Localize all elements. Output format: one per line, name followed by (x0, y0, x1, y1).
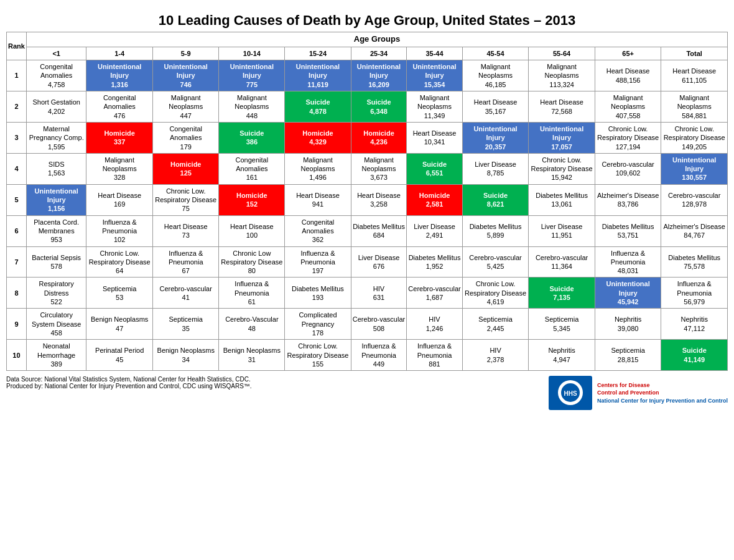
data-cell-r10-c7: Influenza & Pneumonia881 (407, 340, 463, 371)
data-cell-r2-c11: Malignant Neoplasms584,881 (661, 91, 728, 123)
data-cell-r2-c6: Suicide6,348 (351, 91, 407, 123)
col-header-35-44: 35-44 (407, 47, 463, 60)
data-cell-r5-c9: Diabetes Mellitus13,061 (529, 184, 595, 215)
data-cell-r10-c4: Benign Neoplasms31 (219, 340, 285, 371)
data-cell-r4-c2: Malignant Neoplasms328 (86, 153, 153, 184)
data-cell-r6-c9: Liver Disease11,951 (529, 215, 595, 246)
data-cell-r1-c6: Unintentional Injury16,209 (351, 60, 407, 91)
data-cell-r4-c3: Homicide125 (152, 153, 219, 184)
data-cell-r4-c1: SIDS1,563 (26, 153, 86, 184)
data-cell-r10-c8: HIV2,378 (462, 340, 529, 371)
rank-cell-10: 10 (7, 340, 27, 371)
data-cell-r10-c11: Suicide41,149 (661, 340, 728, 371)
data-cell-r4-c10: Cerebro-vascular109,602 (595, 153, 661, 184)
rank-cell-1: 1 (7, 60, 27, 91)
table-row: 7Bacterial Sepsis578Chronic Low. Respira… (7, 246, 728, 278)
data-cell-r5-c11: Cerebro-vascular128,978 (661, 184, 728, 215)
col-header-25-34: 25-34 (351, 47, 407, 60)
data-cell-r3-c2: Homicide337 (86, 122, 153, 153)
cdc-emblem: HHS (549, 376, 592, 410)
table-row: 9Circulatory System Disease458Benign Neo… (7, 309, 728, 340)
rank-header: Rank (7, 32, 27, 60)
data-cell-r3-c7: Heart Disease10,341 (407, 122, 463, 153)
data-cell-r9-c7: HIV1,246 (407, 309, 463, 340)
table-row: 1Congenital Anomalies4,758Unintentional … (7, 60, 728, 91)
data-cell-r2-c9: Heart Disease72,568 (529, 91, 595, 123)
data-cell-r6-c3: Heart Disease73 (152, 215, 219, 246)
data-cell-r3-c10: Chronic Low. Respiratory Disease127,194 (595, 122, 661, 153)
col-header-10-14: 10-14 (219, 47, 285, 60)
data-cell-r8-c1: Respiratory Distress522 (26, 278, 86, 309)
causes-of-death-table: Rank Age Groups <11-45-910-1415-2425-343… (6, 32, 728, 371)
data-cell-r10-c2: Perinatal Period45 (86, 340, 153, 371)
data-cell-r6-c6: Diabetes Mellitus684 (351, 215, 407, 246)
data-cell-r1-c3: Unintentional Injury746 (152, 60, 219, 91)
data-cell-r3-c4: Suicide386 (219, 122, 285, 153)
col-header-5-9: 5-9 (152, 47, 219, 60)
data-cell-r8-c9: Suicide7,135 (529, 278, 595, 309)
data-cell-r7-c9: Cerebro-vascular11,364 (529, 246, 595, 278)
svg-text:HHS: HHS (564, 390, 577, 397)
data-cell-r9-c1: Circulatory System Disease458 (26, 309, 86, 340)
data-cell-r5-c4: Homicide152 (219, 184, 285, 215)
col-header--1: <1 (26, 47, 86, 60)
data-cell-r3-c6: Homicide4,236 (351, 122, 407, 153)
data-cell-r5-c8: Suicide8,621 (462, 184, 529, 215)
data-cell-r1-c10: Heart Disease488,156 (595, 60, 661, 91)
data-cell-r9-c4: Cerebro-Vascular48 (219, 309, 285, 340)
data-cell-r4-c5: Malignant Neoplasms1,496 (285, 153, 351, 184)
data-cell-r2-c5: Suicide4,878 (285, 91, 351, 123)
data-cell-r3-c9: Unintentional Injury17,057 (529, 122, 595, 153)
age-groups-header: Age Groups (26, 32, 727, 47)
data-cell-r1-c2: Unintentional Injury1,316 (86, 60, 153, 91)
data-cell-r3-c5: Homicide4,329 (285, 122, 351, 153)
main-table-wrapper: Rank Age Groups <11-45-910-1415-2425-343… (6, 32, 728, 371)
data-cell-r2-c10: Malignant Neoplasms407,558 (595, 91, 661, 123)
data-cell-r7-c8: Cerebro-vascular5,425 (462, 246, 529, 278)
data-cell-r4-c11: Unintentional Injury130,557 (661, 153, 728, 184)
footer-text: Data Source: National Vital Statistics S… (6, 376, 252, 390)
footer: Data Source: National Vital Statistics S… (6, 376, 728, 410)
data-cell-r9-c9: Septicemia5,345 (529, 309, 595, 340)
data-cell-r7-c5: Influenza & Pneumonia197 (285, 246, 351, 278)
data-cell-r5-c6: Heart Disease3,258 (351, 184, 407, 215)
table-row: 4SIDS1,563Malignant Neoplasms328Homicide… (7, 153, 728, 184)
data-cell-r6-c10: Diabetes Mellitus53,751 (595, 215, 661, 246)
table-row: 8Respiratory Distress522Septicemia53Cere… (7, 278, 728, 309)
data-cell-r10-c9: Nephritis4,947 (529, 340, 595, 371)
data-cell-r2-c4: Malignant Neoplasms448 (219, 91, 285, 123)
data-cell-r2-c8: Heart Disease35,167 (462, 91, 529, 123)
col-header-15-24: 15-24 (285, 47, 351, 60)
data-cell-r5-c7: Homicide2,581 (407, 184, 463, 215)
data-cell-r10-c5: Chronic Low. Respiratory Disease155 (285, 340, 351, 371)
data-cell-r3-c11: Chronic Low. Respiratory Disease149,205 (661, 122, 728, 153)
data-cell-r6-c5: Congenital Anomalies362 (285, 215, 351, 246)
rank-cell-5: 5 (7, 184, 27, 215)
data-cell-r7-c2: Chronic Low. Respiratory Disease64 (86, 246, 153, 278)
data-cell-r10-c3: Benign Neoplasms34 (152, 340, 219, 371)
data-cell-r8-c3: Cerebro-vascular41 (152, 278, 219, 309)
data-cell-r6-c7: Liver Disease2,491 (407, 215, 463, 246)
data-cell-r1-c7: Unintentional Injury15,354 (407, 60, 463, 91)
data-cell-r8-c6: HIV631 (351, 278, 407, 309)
data-cell-r7-c6: Liver Disease676 (351, 246, 407, 278)
hhs-eagle-svg: HHS (560, 383, 580, 403)
data-cell-r8-c8: Chronic Low. Respiratory Disease4,619 (462, 278, 529, 309)
produced-text: Produced by: National Center for Injury … (6, 383, 252, 390)
data-cell-r6-c2: Influenza & Pneumonia102 (86, 215, 153, 246)
rank-cell-9: 9 (7, 309, 27, 340)
table-row: 2Short Gestation4,202Congenital Anomalie… (7, 91, 728, 123)
data-cell-r2-c1: Short Gestation4,202 (26, 91, 86, 123)
data-cell-r1-c9: Malignant Neoplasms113,324 (529, 60, 595, 91)
table-row: 10Neonatal Hemorrhage389Perinatal Period… (7, 340, 728, 371)
column-headers-row: <11-45-910-1415-2425-3435-4445-5455-6465… (7, 47, 728, 60)
data-cell-r4-c7: Suicide6,551 (407, 153, 463, 184)
rank-cell-2: 2 (7, 91, 27, 123)
data-cell-r8-c10: Unintentional Injury45,942 (595, 278, 661, 309)
page-title: 10 Leading Causes of Death by Age Group,… (6, 12, 728, 29)
data-cell-r2-c7: Malignant Neoplasms11,349 (407, 91, 463, 123)
data-cell-r3-c3: Congenital Anomalies179 (152, 122, 219, 153)
table-row: 6Placenta Cord. Membranes953Influenza & … (7, 215, 728, 246)
data-cell-r3-c1: Maternal Pregnancy Comp.1,595 (26, 122, 86, 153)
col-header-65-: 65+ (595, 47, 661, 60)
